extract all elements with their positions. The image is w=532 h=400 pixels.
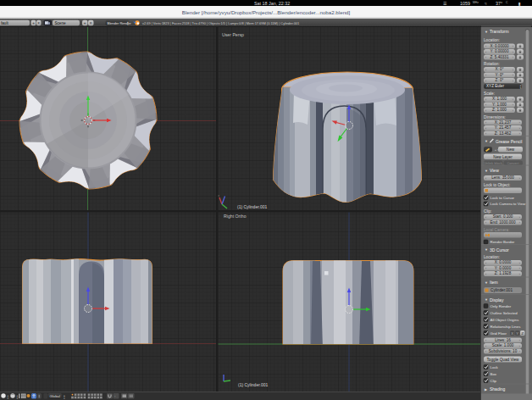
svg-text:Lock Camera to View: Lock Camera to View bbox=[490, 202, 526, 206]
svg-text:Lens: 35.000: Lens: 35.000 bbox=[491, 175, 514, 180]
svg-text:Z: 0°: Z: 0° bbox=[496, 78, 504, 82]
svg-text:Z: 1.1928: Z: 1.1928 bbox=[495, 271, 512, 275]
svg-text:3D Cursor: 3D Cursor bbox=[490, 247, 509, 253]
svg-text:Lock: Lock bbox=[490, 365, 499, 369]
svg-text:Y: 0.00000: Y: 0.00000 bbox=[490, 49, 509, 53]
svg-text:Scene: Scene bbox=[55, 21, 66, 25]
svg-text:☰: ☰ bbox=[443, 1, 447, 6]
svg-text:Lines: 16: Lines: 16 bbox=[495, 338, 511, 342]
svg-text:Scale: 1.000: Scale: 1.000 bbox=[492, 343, 514, 347]
svg-text:Lock to Object:: Lock to Object: bbox=[484, 183, 510, 187]
svg-text:Item: Item bbox=[490, 280, 498, 285]
svg-text:Y: 0.0000: Y: 0.0000 bbox=[495, 266, 512, 270]
svg-text:v2.69 | Verts:1823 | Faces:251: v2.69 | Verts:1823 | Faces:2518 | Tris:4… bbox=[142, 21, 299, 25]
svg-text:X: 21.237: X: 21.237 bbox=[495, 120, 512, 125]
svg-text:Render Border: Render Border bbox=[490, 240, 515, 244]
svg-text:New Layer: New Layer bbox=[493, 155, 513, 159]
svg-text:New: New bbox=[507, 147, 515, 152]
svg-text:▼: ▼ bbox=[485, 139, 488, 143]
svg-text:Z: 13.462: Z: 13.462 bbox=[495, 131, 512, 136]
svg-text:Location:: Location: bbox=[484, 255, 500, 259]
svg-text:+: + bbox=[32, 21, 35, 25]
svg-text:▼: ▼ bbox=[485, 281, 488, 285]
svg-text:▼: ▼ bbox=[127, 23, 130, 26]
svg-text:X: X bbox=[511, 331, 513, 336]
svg-text:(1) Cylinder.001: (1) Cylinder.001 bbox=[238, 382, 269, 387]
svg-text:▼: ▼ bbox=[485, 297, 488, 302]
svg-text:▼: ▼ bbox=[485, 30, 488, 34]
svg-text:End: 1000.000: End: 1000.000 bbox=[490, 220, 516, 225]
svg-text:Z: Z bbox=[521, 331, 524, 336]
svg-text:Unlink block: Unlink block bbox=[484, 161, 502, 165]
svg-text:×: × bbox=[90, 21, 92, 25]
svg-text:+: + bbox=[84, 21, 86, 25]
svg-text:Lock to Cursor: Lock to Cursor bbox=[490, 196, 515, 200]
svg-text:MHz: MHz bbox=[473, 1, 479, 4]
svg-text:Z: 5.40331: Z: 5.40331 bbox=[490, 55, 509, 59]
svg-text:▮: ▮ bbox=[518, 1, 521, 6]
svg-text:Location:: Location: bbox=[484, 38, 500, 42]
svg-text:Box: Box bbox=[490, 372, 497, 376]
svg-text:Y: 1.000: Y: 1.000 bbox=[492, 103, 507, 107]
svg-text:Global: Global bbox=[50, 394, 60, 398]
svg-text:≈: ≈ bbox=[485, 1, 487, 6]
svg-text:Convert: Convert bbox=[507, 161, 519, 165]
svg-text:Display: Display bbox=[490, 297, 504, 303]
svg-text:▼: ▼ bbox=[64, 397, 66, 400]
svg-text:Z: 1.000: Z: 1.000 bbox=[492, 108, 507, 112]
svg-text:37°: 37° bbox=[496, 1, 502, 6]
svg-text:Right Ortho: Right Ortho bbox=[224, 214, 247, 219]
svg-text:▼: ▼ bbox=[7, 397, 9, 400]
svg-text:1059: 1059 bbox=[460, 1, 470, 6]
svg-text:X: 0°: X: 0° bbox=[495, 67, 503, 71]
svg-text:X: 1.000: X: 1.000 bbox=[492, 97, 507, 101]
svg-text:User Persp: User Persp bbox=[222, 32, 244, 37]
svg-text:Transform: Transform bbox=[490, 29, 509, 34]
svg-text:Local Camera:: Local Camera: bbox=[484, 228, 509, 232]
svg-text:Dimensions:: Dimensions: bbox=[484, 115, 506, 119]
svg-text:Y: Y bbox=[516, 331, 518, 336]
svg-text:Outline Selected: Outline Selected bbox=[490, 311, 518, 315]
svg-text:(1) Cylinder.001: (1) Cylinder.001 bbox=[237, 204, 268, 209]
svg-text:▼: ▼ bbox=[519, 86, 522, 90]
svg-text:Rotation:: Rotation: bbox=[484, 62, 500, 66]
svg-text:XYZ Euler: XYZ Euler bbox=[486, 84, 504, 88]
svg-text:▼: ▼ bbox=[16, 397, 19, 400]
svg-text:fault: fault bbox=[1, 21, 8, 25]
svg-text:Clip: Clip bbox=[490, 379, 497, 383]
svg-text:All Object Origins: All Object Origins bbox=[490, 318, 520, 322]
svg-text:X: 0.00000: X: 0.00000 bbox=[490, 44, 509, 48]
svg-text:Subdivisions: 10: Subdivisions: 10 bbox=[489, 349, 518, 353]
svg-text:Shading: Shading bbox=[490, 386, 506, 392]
svg-text:Y: 21.457: Y: 21.457 bbox=[495, 125, 512, 130]
svg-text:View: View bbox=[490, 168, 499, 173]
svg-text:Y: 0°: Y: 0° bbox=[496, 73, 504, 77]
svg-text:Only Render: Only Render bbox=[490, 304, 512, 308]
svg-text:Scale:: Scale: bbox=[484, 92, 495, 96]
svg-text:×: × bbox=[37, 21, 40, 25]
svg-text:Blender [/home/yvyu/Dropbox/Pr: Blender [/home/yvyu/Dropbox/Projects/...… bbox=[182, 9, 351, 15]
svg-text:Start: 0.100: Start: 0.100 bbox=[493, 214, 513, 219]
svg-text:Toggle Quad View: Toggle Quad View bbox=[487, 358, 520, 362]
svg-text:▼: ▼ bbox=[485, 169, 488, 173]
svg-text:X: 0.0000: X: 0.0000 bbox=[495, 260, 512, 264]
svg-text:Relationship Lines: Relationship Lines bbox=[490, 325, 522, 329]
svg-text:▼: ▼ bbox=[485, 247, 488, 252]
svg-text:Clip:: Clip: bbox=[484, 209, 491, 214]
svg-text:Grid Floor: Grid Floor bbox=[490, 331, 507, 336]
svg-text:Cylinder.001: Cylinder.001 bbox=[490, 288, 513, 292]
svg-text:Grease Pencil: Grease Pencil bbox=[496, 139, 522, 144]
svg-text:Sat 18 Jan, 22:32: Sat 18 Jan, 22:32 bbox=[254, 1, 290, 6]
